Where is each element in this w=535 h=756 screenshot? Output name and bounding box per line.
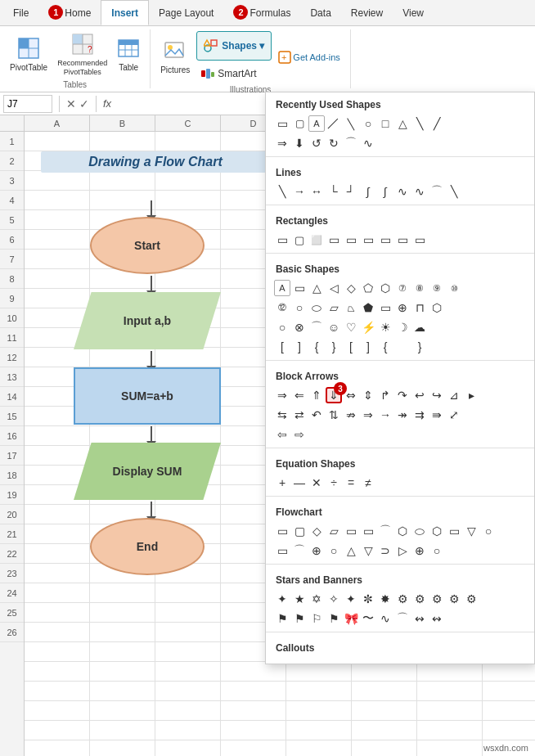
basic-donut-icon[interactable]: ○ (274, 319, 290, 335)
get-addins-button[interactable]: + Get Add-ins (275, 47, 343, 67)
fc-extract-icon[interactable]: △ (343, 542, 359, 559)
basic-smile-icon[interactable]: ☺ (326, 319, 342, 335)
basic-hexagon-icon[interactable]: ⬡ (377, 280, 393, 296)
arrow-triple-icon[interactable]: ⇛ (429, 407, 445, 423)
rect-snip4-icon[interactable]: ▭ (360, 232, 376, 248)
recommended-pivot-button[interactable]: ? RecommendedPivotTables (54, 31, 110, 79)
star-7pt-icon[interactable]: ✧ (326, 591, 342, 607)
ribbon2-icon[interactable]: 〜 (360, 610, 376, 627)
eq-minus-icon[interactable]: — (291, 475, 308, 491)
star-4pt-icon[interactable]: ✦ (274, 591, 290, 607)
basic-noentry-icon[interactable]: ⊗ (291, 319, 308, 335)
line-double-arrow-icon[interactable]: ↔ (308, 183, 325, 200)
rect-snip7-icon[interactable]: ▭ (411, 232, 428, 248)
banner4-icon[interactable]: ⚑ (326, 610, 342, 627)
tab-data[interactable]: Data (300, 0, 340, 25)
fc-document-icon[interactable]: ⌒ (377, 523, 393, 539)
basic-heart-icon[interactable]: ♡ (343, 319, 359, 335)
star-6pt-icon[interactable]: ✡ (308, 591, 325, 607)
basic-circle-icon[interactable]: ○ (291, 299, 308, 316)
arrow-right2-icon[interactable]: ⇨ (291, 426, 308, 443)
shape-sum[interactable]: SUM=a+b (74, 367, 221, 425)
basic-trapezoid-icon[interactable]: ⏢ (343, 299, 359, 316)
arrow-notch-icon[interactable]: ⊿ (446, 387, 462, 403)
gear1-icon[interactable]: ⚙ (394, 591, 411, 607)
shape-rect2-icon[interactable]: □ (377, 115, 393, 132)
basic-num12-icon[interactable]: ⑫ (274, 299, 290, 316)
fc-predef-icon[interactable]: ▭ (343, 523, 359, 539)
arrow-updown2-icon[interactable]: ⇅ (326, 407, 342, 423)
cancel-icon[interactable]: ✕ (66, 97, 76, 110)
line-curved2-icon[interactable]: ∫ (377, 183, 393, 200)
ribbon1-icon[interactable]: 🎀 (343, 610, 359, 627)
fc-terminator-icon[interactable]: ⬭ (411, 523, 428, 539)
rect-snip2-icon[interactable]: ▭ (326, 232, 342, 248)
basic-cylinder-icon[interactable]: ⊓ (411, 299, 428, 316)
basic-curly1-icon[interactable]: { (308, 339, 325, 355)
shape-display[interactable]: Display SUM (74, 443, 221, 500)
basic-curly3-icon[interactable]: { (377, 339, 393, 355)
shapes-button[interactable]: Shapes ▾ (196, 31, 272, 61)
basic-brace-icon[interactable]: ▭ (377, 299, 393, 316)
eq-plus-icon[interactable]: + (274, 475, 290, 491)
basic-num10-icon[interactable]: ⑩ (446, 280, 462, 296)
basic-lightning-icon[interactable]: ⚡ (360, 319, 376, 335)
basic-rect-icon[interactable]: ▭ (291, 280, 308, 296)
shape-rounded-rect-icon[interactable]: ▢ (291, 115, 308, 132)
fc-sumjoin-icon[interactable]: ⊕ (308, 542, 325, 559)
basic-wave-icon[interactable]: ⌒ (308, 319, 325, 335)
basic-sun-icon[interactable]: ☀ (377, 319, 393, 335)
rect-snip6-icon[interactable]: ▭ (394, 232, 411, 248)
gear3-icon[interactable]: ⚙ (429, 591, 445, 607)
star-10pt-icon[interactable]: ✼ (360, 591, 376, 607)
arrow-left2-icon[interactable]: ⇦ (274, 426, 290, 443)
basic-bracket1-icon[interactable]: [ (274, 339, 290, 355)
basic-num8-icon[interactable]: ⑧ (411, 280, 428, 296)
rect-snip5-icon[interactable]: ▭ (377, 232, 393, 248)
fc-process-icon[interactable]: ▭ (274, 523, 290, 539)
fc-offpage-icon[interactable]: ▽ (463, 523, 479, 539)
fc-alt-process-icon[interactable]: ▢ (291, 523, 308, 539)
rect-snip3-icon[interactable]: ▭ (343, 232, 359, 248)
tab-file[interactable]: File (3, 0, 38, 25)
shape-arrow-down-icon[interactable]: ⬇ (291, 135, 308, 151)
arrow-uturn-icon[interactable]: ↷ (394, 387, 411, 403)
eq-notequal-icon[interactable]: ≠ (360, 475, 376, 491)
shape-rectangle-icon[interactable]: ▭ (274, 115, 290, 132)
line-arrow-icon[interactable]: → (291, 183, 308, 200)
arrow-down-block-icon[interactable]: ⇓ 3 (326, 387, 342, 403)
line-connector-icon[interactable]: ⌒ (429, 183, 445, 200)
arrow-swap-icon[interactable]: ⇄ (291, 407, 308, 423)
shape-freeform-icon[interactable]: ∿ (360, 135, 376, 151)
confirm-icon[interactable]: ✓ (79, 97, 89, 110)
basic-bracket4-icon[interactable]: ] (360, 339, 376, 355)
table-button[interactable]: Table (114, 35, 143, 74)
fc-card-icon[interactable]: ▭ (274, 542, 290, 559)
tab-view[interactable]: View (393, 0, 434, 25)
arrow-ud-block-icon[interactable]: ⇕ (360, 387, 376, 403)
star-8pt-icon[interactable]: ✦ (343, 591, 359, 607)
line-scribble-icon[interactable]: ∿ (411, 183, 428, 200)
banner3-icon[interactable]: ⚐ (308, 610, 325, 627)
basic-decagon-icon[interactable]: ⬟ (360, 299, 376, 316)
fc-internal-icon[interactable]: ▭ (360, 523, 376, 539)
star-5pt-icon[interactable]: ★ (291, 591, 308, 607)
arrow-notch2-icon[interactable]: ↠ (394, 407, 411, 423)
scroll2-icon[interactable]: ↭ (429, 610, 445, 627)
line-straight-icon[interactable]: ╲ (274, 183, 290, 200)
tab-insert[interactable]: Insert (101, 0, 149, 25)
fc-direct-icon[interactable]: ○ (429, 542, 445, 559)
rect-basic-icon[interactable]: ▭ (274, 232, 290, 248)
shape-input[interactable]: Input a,b (74, 292, 221, 349)
cell-ref-box[interactable]: J7 (3, 95, 52, 113)
fc-punchtape-icon[interactable]: ⌒ (291, 542, 308, 559)
fc-multidoc-icon[interactable]: ⬡ (394, 523, 411, 539)
basic-cube-icon[interactable]: ⬡ (429, 299, 445, 316)
basic-rtriangle-icon[interactable]: ◁ (326, 280, 342, 296)
arrow-split-icon[interactable]: ⤢ (446, 407, 462, 423)
basic-triangle-icon[interactable]: △ (308, 280, 325, 296)
basic-num9-icon[interactable]: ⑨ (429, 280, 445, 296)
shape-process-icon[interactable]: ↻ (326, 135, 342, 151)
line-bendy-icon[interactable]: ╲ (446, 183, 462, 200)
eq-divide-icon[interactable]: ÷ (326, 475, 342, 491)
